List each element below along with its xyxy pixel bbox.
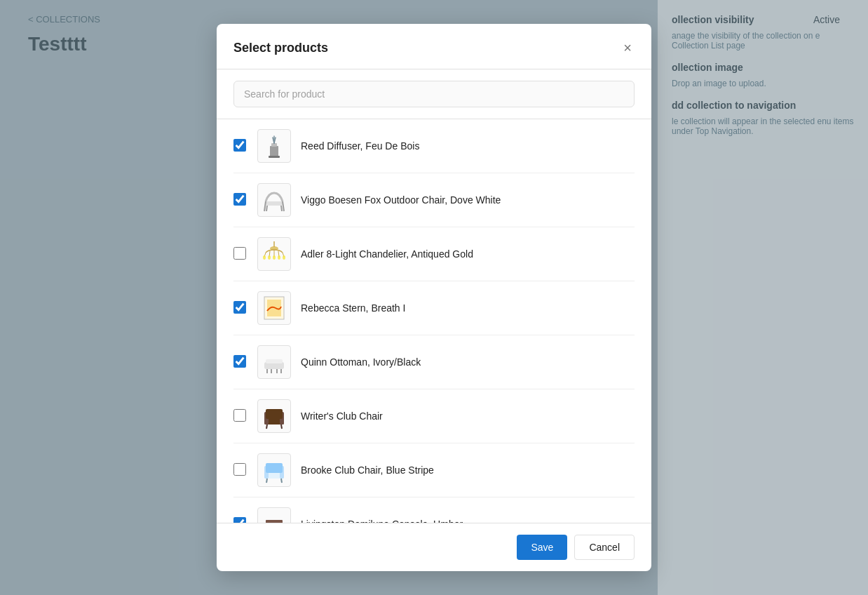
product-name-5: Writer's Club Chair bbox=[301, 410, 635, 422]
product-thumbnail-3 bbox=[257, 291, 291, 325]
product-checkbox-6[interactable] bbox=[233, 463, 246, 476]
product-checkbox-5[interactable] bbox=[233, 409, 246, 422]
svg-line-42 bbox=[281, 479, 282, 483]
svg-line-7 bbox=[266, 206, 267, 211]
list-item: Brooke Club Chair, Blue Stripe bbox=[233, 443, 635, 497]
checkbox-wrap-4[interactable] bbox=[233, 355, 247, 369]
checkbox-wrap-0[interactable] bbox=[233, 139, 247, 153]
list-item: Writer's Club Chair bbox=[233, 389, 635, 443]
svg-line-41 bbox=[266, 479, 267, 483]
product-thumbnail-5 bbox=[257, 399, 291, 433]
product-thumbnail-0 bbox=[257, 129, 291, 163]
product-name-1: Viggo Boesen Fox Outdoor Chair, Dove Whi… bbox=[301, 194, 635, 206]
svg-rect-5 bbox=[269, 156, 280, 158]
svg-line-9 bbox=[264, 201, 266, 211]
cancel-button[interactable]: Cancel bbox=[574, 535, 635, 560]
svg-rect-26 bbox=[266, 359, 283, 363]
list-item: Reed Diffuser, Feu De Bois bbox=[233, 119, 635, 173]
svg-point-18 bbox=[263, 255, 266, 260]
svg-rect-6 bbox=[266, 201, 283, 206]
product-name-3: Rebecca Stern, Breath I bbox=[301, 302, 635, 314]
checkbox-wrap-3[interactable] bbox=[233, 301, 247, 315]
product-name-6: Brooke Club Chair, Blue Stripe bbox=[301, 464, 635, 476]
product-name-0: Reed Diffuser, Feu De Bois bbox=[301, 140, 635, 152]
product-checkbox-3[interactable] bbox=[233, 301, 246, 314]
svg-rect-34 bbox=[266, 409, 283, 419]
svg-point-19 bbox=[268, 255, 271, 260]
svg-point-21 bbox=[278, 255, 280, 260]
product-checkbox-1[interactable] bbox=[233, 193, 246, 206]
checkbox-wrap-5[interactable] bbox=[233, 409, 247, 423]
svg-point-20 bbox=[273, 255, 276, 260]
search-input[interactable] bbox=[233, 81, 635, 107]
checkbox-wrap-6[interactable] bbox=[233, 463, 247, 477]
checkbox-wrap-2[interactable] bbox=[233, 247, 247, 261]
modal-title: Select products bbox=[233, 41, 328, 55]
save-button[interactable]: Save bbox=[517, 535, 567, 560]
svg-line-8 bbox=[281, 206, 282, 211]
product-thumbnail-6 bbox=[257, 453, 291, 487]
search-container bbox=[217, 69, 651, 119]
svg-line-35 bbox=[266, 424, 267, 429]
checkbox-wrap-7[interactable] bbox=[233, 517, 247, 523]
select-products-modal: Select products × Reed Diffuser, Feu De … bbox=[217, 24, 651, 571]
product-checkbox-4[interactable] bbox=[233, 355, 246, 368]
list-item: Viggo Boesen Fox Outdoor Chair, Dove Whi… bbox=[233, 173, 635, 227]
svg-line-10 bbox=[283, 201, 284, 211]
modal-backdrop: Select products × Reed Diffuser, Feu De … bbox=[0, 0, 868, 595]
close-button[interactable]: × bbox=[621, 38, 635, 58]
list-item: Rebecca Stern, Breath I bbox=[233, 281, 635, 335]
product-thumbnail-4 bbox=[257, 345, 291, 379]
checkbox-wrap-1[interactable] bbox=[233, 193, 247, 207]
list-item: Adler 8-Light Chandelier, Antiqued Gold bbox=[233, 227, 635, 281]
product-name-4: Quinn Ottoman, Ivory/Black bbox=[301, 356, 635, 368]
product-checkbox-7[interactable] bbox=[233, 517, 246, 523]
modal-header: Select products × bbox=[217, 24, 651, 69]
modal-footer: Save Cancel bbox=[217, 523, 651, 571]
svg-point-22 bbox=[283, 255, 285, 260]
product-thumbnail-2 bbox=[257, 237, 291, 271]
svg-rect-0 bbox=[270, 146, 278, 157]
product-thumbnail-1 bbox=[257, 183, 291, 217]
product-checkbox-0[interactable] bbox=[233, 139, 246, 152]
product-name-2: Adler 8-Light Chandelier, Antiqued Gold bbox=[301, 248, 635, 260]
list-item: Livingston Demilune Console, Umber bbox=[233, 497, 635, 523]
svg-rect-40 bbox=[266, 463, 283, 473]
product-checkbox-2[interactable] bbox=[233, 247, 246, 260]
product-list[interactable]: Reed Diffuser, Feu De Bois Viggo Boesen … bbox=[217, 119, 651, 523]
list-item: Quinn Ottoman, Ivory/Black bbox=[233, 335, 635, 389]
product-thumbnail-7 bbox=[257, 507, 291, 523]
svg-line-36 bbox=[281, 424, 282, 429]
